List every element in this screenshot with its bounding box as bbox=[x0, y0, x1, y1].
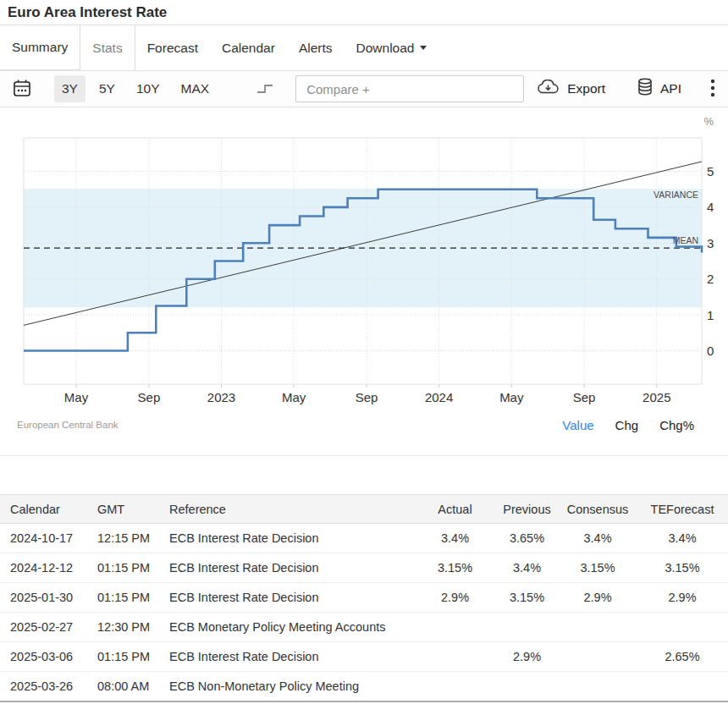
column-header-previous: Previous bbox=[495, 495, 559, 524]
series-mode-chg[interactable]: Chg bbox=[615, 418, 639, 432]
table-cell: ECB Interest Rate Decision bbox=[159, 642, 415, 672]
table-cell: 3.15% bbox=[559, 553, 637, 583]
table-cell: 2024-12-12 bbox=[0, 553, 87, 583]
x-axis-tick-label: May bbox=[282, 390, 306, 404]
y-axis-unit-label: % bbox=[703, 115, 714, 128]
table-cell: 01:15 PM bbox=[87, 553, 159, 583]
column-header-actual: Actual bbox=[415, 495, 495, 524]
api-button[interactable]: API bbox=[637, 78, 681, 100]
table-cell: ECB Monetary Policy Meeting Accounts bbox=[159, 613, 415, 642]
table-cell: 2.9% bbox=[637, 583, 728, 613]
table-cell: 12:30 PM bbox=[87, 613, 159, 642]
table-row[interactable]: 2025-03-0601:15 PMECB Interest Rate Deci… bbox=[0, 642, 728, 672]
table-cell: 08:00 AM bbox=[87, 672, 159, 701]
tab-alerts[interactable]: Alerts bbox=[287, 25, 345, 70]
table-cell: 2025-02-27 bbox=[0, 613, 87, 642]
table-cell: 2024-10-17 bbox=[0, 524, 87, 553]
kebab-menu-icon bbox=[710, 78, 715, 101]
range-button-10y[interactable]: 10Y bbox=[129, 75, 168, 102]
tab-stats[interactable]: Stats bbox=[80, 25, 135, 70]
tab-download[interactable]: Download bbox=[345, 25, 439, 70]
range-button-5y[interactable]: 5Y bbox=[91, 75, 123, 102]
table-header-row: CalendarGMTReferenceActualPreviousConsen… bbox=[0, 495, 728, 524]
table-cell bbox=[495, 613, 559, 642]
chart-footer: European Central Bank ValueChgChg% bbox=[0, 415, 728, 435]
table-cell bbox=[495, 672, 559, 701]
variance-annotation: VARIANCE bbox=[654, 190, 698, 200]
table-cell: 3.15% bbox=[415, 553, 495, 583]
table-cell: 12:15 PM bbox=[87, 524, 159, 553]
tab-label: Summary bbox=[12, 40, 68, 55]
compare-input[interactable] bbox=[295, 75, 524, 102]
tab-label: Stats bbox=[92, 41, 122, 56]
calendar-table: CalendarGMTReferenceActualPreviousConsen… bbox=[0, 494, 728, 702]
table-cell: 01:15 PM bbox=[87, 583, 159, 613]
column-header-teforecast: TEForecast bbox=[637, 495, 728, 524]
date-range-calendar-button[interactable] bbox=[13, 79, 31, 100]
table-row[interactable]: 2025-02-2712:30 PMECB Monetary Policy Me… bbox=[0, 613, 728, 642]
tab-label: Alerts bbox=[299, 41, 333, 56]
table-row[interactable]: 2024-10-1712:15 PMECB Interest Rate Deci… bbox=[0, 524, 728, 553]
table-cell: 3.65% bbox=[495, 524, 559, 553]
table-cell bbox=[415, 672, 495, 701]
cloud-download-icon bbox=[537, 80, 560, 98]
table-cell: ECB Non-Monetary Policy Meeting bbox=[159, 672, 415, 701]
data-source-label: European Central Bank bbox=[17, 420, 119, 430]
table-cell: ECB Interest Rate Decision bbox=[159, 553, 415, 583]
table-cell bbox=[415, 642, 495, 672]
interest-rate-chart[interactable]: %012345MaySep2023MaySep2024MaySep2025VAR… bbox=[0, 107, 728, 410]
table-cell bbox=[559, 613, 637, 642]
table-cell bbox=[415, 613, 495, 642]
tab-label: Download bbox=[356, 41, 415, 56]
export-button[interactable]: Export bbox=[537, 80, 605, 98]
x-axis-tick-label: 2023 bbox=[207, 390, 235, 404]
tab-summary[interactable]: Summary bbox=[0, 25, 80, 70]
title-bar: Euro Area Interest Rate bbox=[0, 0, 728, 25]
spacer bbox=[0, 456, 728, 494]
table-row[interactable]: 2025-03-2608:00 AMECB Non-Monetary Polic… bbox=[0, 672, 728, 701]
y-axis-tick-label: 1 bbox=[707, 308, 714, 322]
range-button-3y[interactable]: 3Y bbox=[54, 75, 85, 102]
table-cell bbox=[559, 642, 637, 672]
y-axis-tick-label: 3 bbox=[707, 236, 714, 250]
series-mode-chgpct[interactable]: Chg% bbox=[659, 418, 694, 432]
range-button-max[interactable]: MAX bbox=[174, 75, 218, 102]
more-options-button[interactable] bbox=[710, 78, 715, 101]
table-row[interactable]: 2024-12-1201:15 PMECB Interest Rate Deci… bbox=[0, 553, 728, 583]
table-cell: 3.4% bbox=[495, 553, 559, 583]
table-cell: 2.65% bbox=[637, 642, 728, 672]
table-cell: 3.15% bbox=[495, 583, 559, 613]
page-title: Euro Area Interest Rate bbox=[8, 4, 167, 21]
tab-label: Calendar bbox=[222, 41, 275, 56]
x-axis-tick-label: 2024 bbox=[425, 390, 453, 404]
table-cell: 3.4% bbox=[415, 524, 495, 553]
y-axis-tick-label: 2 bbox=[707, 272, 714, 286]
y-axis-tick-label: 4 bbox=[707, 200, 714, 214]
table-cell: 2.9% bbox=[559, 583, 637, 613]
export-label: Export bbox=[567, 81, 605, 96]
table-cell: ECB Interest Rate Decision bbox=[159, 524, 415, 553]
table-row[interactable]: 2025-01-3001:15 PMECB Interest Rate Deci… bbox=[0, 583, 728, 613]
tab-label: Forecast bbox=[147, 41, 198, 56]
table-cell: 2025-03-26 bbox=[0, 672, 87, 701]
x-axis-tick-label: Sep bbox=[356, 390, 378, 404]
table-cell: 3.4% bbox=[559, 524, 637, 553]
table-cell: 2.9% bbox=[495, 642, 559, 672]
chart-card: %012345MaySep2023MaySep2024MaySep2025VAR… bbox=[0, 107, 728, 456]
column-header-consensus: Consensus bbox=[559, 495, 637, 524]
calendar-icon bbox=[13, 79, 31, 100]
column-header-calendar: Calendar bbox=[0, 495, 87, 524]
mean-annotation: MEAN bbox=[673, 235, 698, 245]
table-cell: ECB Interest Rate Decision bbox=[159, 583, 415, 613]
tab-bar: SummaryStatsForecastCalendarAlertsDownlo… bbox=[0, 25, 728, 70]
y-axis-tick-label: 5 bbox=[707, 164, 714, 179]
series-mode-value[interactable]: Value bbox=[562, 418, 593, 432]
tab-forecast[interactable]: Forecast bbox=[135, 25, 210, 70]
table-cell: 2025-03-06 bbox=[0, 642, 87, 672]
step-line-icon bbox=[256, 80, 273, 98]
tab-calendar[interactable]: Calendar bbox=[210, 25, 287, 70]
chart-type-button[interactable] bbox=[256, 80, 273, 98]
table-cell: 01:15 PM bbox=[87, 642, 159, 672]
column-header-gmt: GMT bbox=[87, 495, 159, 524]
x-axis-tick-label: Sep bbox=[573, 390, 596, 404]
